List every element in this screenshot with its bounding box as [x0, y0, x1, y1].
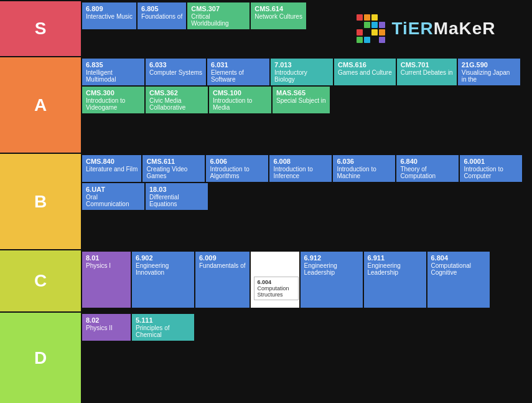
- tier-row-s: S 6.809 Interactive Music 6.805 Foundati…: [0, 0, 532, 56]
- tiermaker-container: S 6.809 Interactive Music 6.805 Foundati…: [0, 0, 532, 403]
- tier-label-d: D: [0, 313, 81, 403]
- tier-label-s: S: [0, 1, 81, 56]
- course-card[interactable]: 6.840 Theory of Computation: [396, 155, 459, 182]
- course-card[interactable]: 6.804 Computational Cognitive: [427, 252, 490, 308]
- course-card[interactable]: 18.03 Differential Equations: [146, 183, 208, 210]
- course-card[interactable]: CMS.611 Creating Video Games: [142, 155, 205, 182]
- course-card[interactable]: 6.911 Engineering Leadership: [364, 252, 426, 308]
- tooltip-popup: 6.004 Computation Structures: [254, 277, 299, 300]
- course-card[interactable]: 6.805 Foundations of: [138, 2, 186, 29]
- course-card[interactable]: 6.008 Introduction to Inference: [269, 155, 332, 182]
- course-card[interactable]: MAS.S65 Special Subject in: [273, 87, 330, 113]
- course-card[interactable]: 6.912 Engineering Leadership: [301, 252, 363, 308]
- course-card[interactable]: CMS.100 Introduction to Media: [209, 87, 271, 113]
- tier-items-a: 6.835 Intelligent Multimodal 6.033 Compu…: [81, 57, 532, 153]
- course-card[interactable]: CMS.362 Civic Media Collaborative: [146, 87, 208, 113]
- tier-items-b: CMS.840 Literature and Film CMS.611 Crea…: [81, 154, 532, 249]
- course-card[interactable]: 6.036 Introduction to Machine: [333, 155, 395, 182]
- course-card[interactable]: 8.01 Physics I: [82, 252, 131, 308]
- tier-row-b: B CMS.840 Literature and Film CMS.611 Cr…: [0, 153, 532, 249]
- course-card[interactable]: CMS.616 Games and Culture: [334, 59, 396, 85]
- course-card[interactable]: 6.031 Elements of Software: [207, 59, 269, 85]
- tier-label-b: B: [0, 154, 81, 249]
- course-card[interactable]: 6.006 Introduction to Algorithms: [206, 155, 268, 182]
- course-card[interactable]: CMS.701 Current Debates in: [397, 59, 457, 85]
- tier-label-a: A: [0, 57, 81, 153]
- course-card[interactable]: CMS.614 Network Cultures: [251, 2, 306, 29]
- tier-items-s: 6.809 Interactive Music 6.805 Foundation…: [81, 1, 320, 56]
- tier-items-d: 8.02 Physics II 5.111 Principles of Chem…: [81, 313, 532, 403]
- tiermaker-logo: TiERMaKeR: [320, 1, 532, 56]
- course-card[interactable]: 6.033 Computer Systems: [146, 59, 206, 85]
- course-card[interactable]: CMS.307 Critical Worldbuilding: [187, 2, 250, 29]
- tier-row-d: D 8.02 Physics II 5.111 Principles of Ch…: [0, 311, 532, 403]
- course-card[interactable]: 6.902 Engineering Innovation: [132, 252, 194, 308]
- logo-text: TiERMaKeR: [391, 19, 495, 39]
- course-card[interactable]: 7.013 Introductory Biology: [271, 59, 333, 85]
- tier-row-a: A 6.835 Intelligent Multimodal 6.033 Com…: [0, 56, 532, 153]
- tier-label-c: C: [0, 250, 81, 311]
- course-card[interactable]: 6.809 Interactive Music: [82, 2, 136, 29]
- course-card[interactable]: 6.835 Intelligent Multimodal: [82, 59, 144, 85]
- course-card[interactable]: 5.111 Principles of Chemical: [132, 314, 194, 341]
- course-card[interactable]: CMS.840 Literature and Film: [82, 155, 141, 182]
- tier-row-c: C 8.01 Physics I 6.902 Engineering Innov…: [0, 249, 532, 311]
- course-card[interactable]: 21G.590 Visualizing Japan in the: [458, 59, 520, 85]
- logo-grid: [357, 14, 385, 43]
- course-card[interactable]: 6.UAT Oral Communication: [82, 183, 144, 210]
- course-card[interactable]: 6.0001 Introduction to Computer: [460, 155, 522, 182]
- course-card[interactable]: CMS.300 Introduction to Videogame: [82, 87, 144, 113]
- course-card[interactable]: 6.009 Fundamentals of: [195, 252, 250, 308]
- course-card-with-tooltip[interactable]: 6.004 Computation Structures: [251, 252, 299, 308]
- tier-items-c: 8.01 Physics I 6.902 Engineering Innovat…: [81, 250, 532, 311]
- course-card[interactable]: 8.02 Physics II: [82, 314, 131, 341]
